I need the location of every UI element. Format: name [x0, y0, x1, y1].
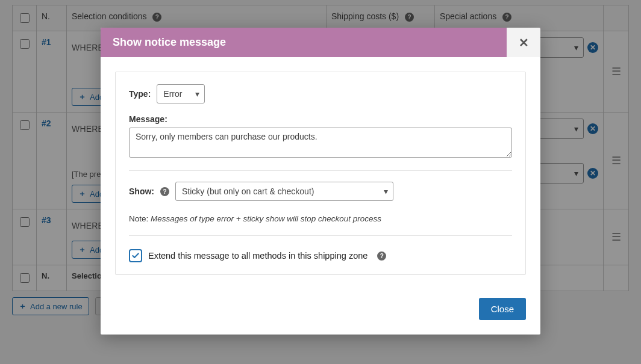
close-button[interactable]: Close — [479, 298, 526, 320]
divider — [129, 170, 512, 171]
note-line: Note: Messages of type error + sticky sh… — [129, 214, 512, 223]
show-select[interactable]: Sticky (but only on cart & checkout) ▾ — [175, 182, 393, 201]
modal-overlay: Show notice message ✕ Type: Error ▾ Mess… — [0, 0, 641, 364]
chevron-down-icon: ▾ — [384, 187, 388, 196]
help-icon[interactable]: ? — [377, 251, 386, 261]
type-label: Type: — [129, 89, 151, 99]
modal-footer: Close — [101, 289, 540, 335]
check-icon — [131, 251, 140, 260]
show-label: Show: — [129, 187, 154, 196]
chevron-down-icon: ▾ — [195, 89, 199, 99]
show-row: Show: ? Sticky (but only on cart & check… — [129, 182, 512, 201]
modal-close-button[interactable]: ✕ — [507, 28, 540, 57]
close-icon: ✕ — [519, 35, 529, 50]
extend-row: Extend this message to all methods in th… — [129, 249, 512, 262]
extend-checkbox[interactable] — [129, 249, 142, 262]
type-row: Type: Error ▾ — [129, 84, 512, 103]
extend-label: Extend this message to all methods in th… — [148, 251, 367, 261]
note-prefix: Note: — [129, 214, 148, 223]
type-select[interactable]: Error ▾ — [157, 84, 205, 103]
note-text: Messages of type error + sticky show wil… — [151, 214, 381, 223]
message-block: Message: — [129, 114, 512, 159]
type-value: Error — [163, 89, 182, 99]
message-textarea[interactable] — [129, 128, 512, 158]
modal-body: Type: Error ▾ Message: Show: ? Sticky (b… — [101, 57, 540, 289]
modal-header: Show notice message ✕ — [101, 28, 540, 57]
notice-modal: Show notice message ✕ Type: Error ▾ Mess… — [101, 28, 540, 335]
modal-panel: Type: Error ▾ Message: Show: ? Sticky (b… — [115, 72, 526, 275]
message-label: Message: — [129, 114, 512, 124]
modal-title: Show notice message — [101, 28, 507, 57]
show-value: Sticky (but only on cart & checkout) — [182, 187, 314, 196]
help-icon[interactable]: ? — [160, 187, 169, 196]
divider — [129, 235, 512, 236]
